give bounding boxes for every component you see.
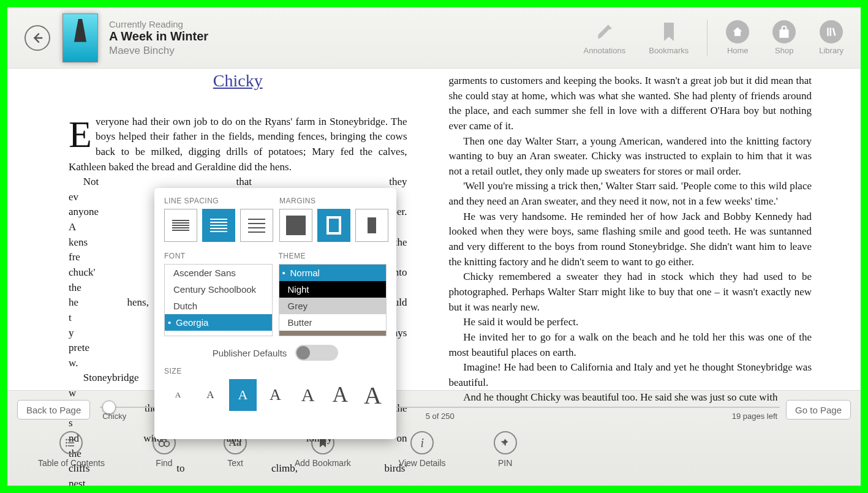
svg-point-0 (66, 439, 68, 441)
theme-option-butter[interactable]: Butter (279, 314, 387, 331)
theme-option-normal[interactable]: Normal (279, 265, 387, 281)
paragraph: He said it would be perfect. (449, 315, 812, 330)
line-spacing-loose[interactable] (240, 209, 273, 242)
publisher-defaults-toggle[interactable] (295, 345, 338, 361)
svg-point-1 (66, 442, 68, 444)
top-bar: Currently Reading A Week in Winter Maeve… (7, 7, 861, 69)
book-title: A Week in Winter (109, 29, 208, 43)
font-size-3[interactable]: A (229, 379, 257, 411)
font-list[interactable]: Ascender Sans Century Schoolbook Dutch G… (164, 264, 273, 336)
publisher-defaults-label: Publisher Defaults (213, 348, 287, 358)
pages-left-label: 19 pages left (732, 412, 777, 421)
svg-point-3 (159, 442, 164, 446)
text-settings-popup: LINE SPACING MARGINS FONT Ascender Sans … (154, 188, 396, 439)
page-right: garments to customers and keeping the bo… (434, 69, 861, 390)
theme-label: THEME (279, 252, 387, 260)
margins-medium[interactable] (317, 209, 350, 242)
paragraph: 'Well you're missing a trick then,' Walt… (449, 179, 812, 209)
paragraph: He was very handsome. He reminded her of… (449, 209, 812, 270)
svg-point-2 (66, 445, 68, 447)
book-author: Maeve Binchy (109, 45, 208, 57)
pin-icon (494, 431, 517, 454)
arrow-left-icon (31, 31, 44, 45)
home-icon (726, 20, 749, 43)
size-label: SIZE (164, 367, 387, 375)
theme-option-grey[interactable]: Grey (279, 298, 387, 314)
font-size-row: A A A A A A A (164, 379, 387, 411)
highlighter-icon (593, 20, 616, 43)
divider (707, 20, 708, 56)
margins-large[interactable] (355, 209, 388, 242)
book-info: Currently Reading A Week in Winter Maeve… (109, 19, 208, 57)
font-option-selected[interactable]: Georgia (165, 314, 272, 331)
back-to-page-button[interactable]: Back to Page (17, 400, 90, 420)
line-spacing-medium[interactable] (202, 209, 235, 242)
font-size-2[interactable]: A (197, 379, 224, 411)
page-position-label: 5 of 250 (426, 412, 455, 421)
paragraph: Imagine! He had been to California and I… (449, 360, 812, 390)
paragraph: Everyone had their own job to do on the … (69, 115, 407, 175)
margins-small[interactable] (279, 209, 312, 242)
library-icon (820, 20, 843, 43)
view-details-button[interactable]: i View Details (399, 431, 446, 468)
font-size-6[interactable]: A (326, 379, 354, 411)
font-size-1[interactable]: A (164, 379, 192, 411)
shop-button[interactable]: Shop (772, 20, 796, 55)
line-spacing-tight[interactable] (164, 209, 197, 242)
font-option[interactable]: Century Schoolbook (165, 281, 272, 298)
library-button[interactable]: Library (819, 20, 843, 55)
font-size-5[interactable]: A (294, 379, 322, 411)
svg-point-4 (164, 442, 169, 446)
font-label: FONT (164, 252, 273, 260)
paragraph: Chicky remembered a sweater they had in … (449, 269, 812, 315)
shopping-bag-icon (772, 20, 796, 43)
list-icon (59, 431, 83, 454)
reading-area[interactable]: Chicky Everyone had their own job to do … (7, 69, 861, 390)
margins-label: MARGINS (279, 197, 388, 205)
font-size-4[interactable]: A (262, 379, 289, 411)
back-button[interactable] (25, 25, 50, 51)
paragraph: He invited her to go for a walk on the b… (449, 330, 812, 360)
font-size-7[interactable]: A (359, 379, 387, 411)
font-option[interactable]: Gill Sans (165, 331, 272, 336)
font-option[interactable]: Ascender Sans (165, 265, 272, 281)
theme-list[interactable]: Normal Night Grey Butter Mocha (279, 264, 387, 336)
home-button[interactable]: Home (726, 20, 749, 55)
theme-option-night[interactable]: Night (279, 281, 387, 298)
theme-option-mocha[interactable]: Mocha (279, 331, 387, 336)
chapter-title: Chicky (69, 69, 407, 94)
pin-button[interactable]: PIN (494, 431, 517, 468)
toc-button[interactable]: Table of Contents (38, 431, 105, 468)
paragraph: Then one day Walter Starr, a young Ameri… (449, 134, 812, 179)
info-icon: i (410, 431, 434, 454)
annotations-button[interactable]: Annotations (584, 20, 626, 55)
font-option[interactable]: Dutch (165, 298, 272, 314)
bookmark-icon (657, 20, 681, 43)
currently-reading-label: Currently Reading (109, 19, 208, 29)
book-cover-thumbnail[interactable] (62, 13, 98, 62)
go-to-page-button[interactable]: Go to Page (786, 400, 851, 420)
slider-chapter-label: Chicky (102, 412, 126, 421)
bookmarks-button[interactable]: Bookmarks (649, 20, 689, 55)
paragraph: garments to customers and keeping the bo… (449, 73, 812, 134)
line-spacing-label: LINE SPACING (164, 197, 273, 205)
